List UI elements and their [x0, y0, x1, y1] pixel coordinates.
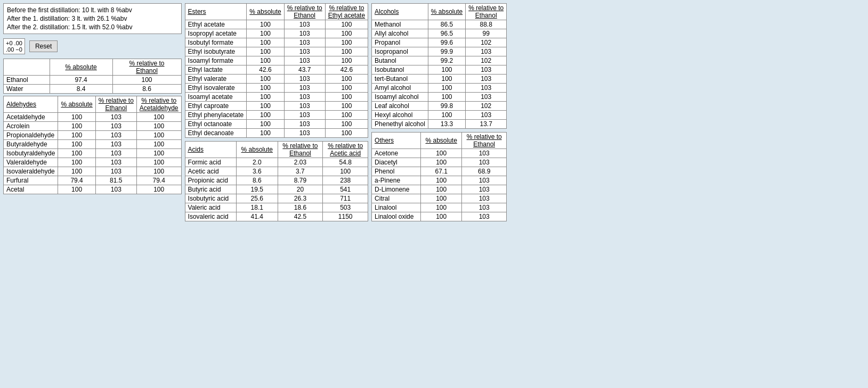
reset-button[interactable]: Reset: [29, 40, 58, 52]
table-row: Ethyl lactate42.643.742.6: [185, 65, 368, 75]
table-row: Methanol86.588.8: [372, 20, 507, 29]
info-line-1: Before the first distillation: 10 lt. wi…: [7, 6, 178, 14]
acids-table: Acids % absolute % relative toEthanol % …: [185, 141, 369, 221]
table-cell: 100: [247, 120, 284, 129]
table-cell: Acetic acid: [185, 167, 237, 176]
table-cell: Isopropyl acetate: [185, 29, 247, 38]
table-cell: 103: [284, 56, 325, 65]
table-row: Acetaldehyde100103100: [4, 113, 182, 122]
table-cell: 100: [58, 113, 95, 122]
table-cell: 103: [95, 185, 136, 194]
info-box: Before the first distillation: 10 lt. wi…: [3, 3, 182, 34]
table-cell: 2.0: [237, 158, 278, 167]
table-row: Isobutanol100103: [372, 65, 507, 75]
table-cell: 100: [325, 47, 368, 56]
table-cell: 100: [247, 29, 284, 38]
table-cell: Ethyl octanoate: [185, 120, 247, 129]
table-row: Phenethyl alcohol13.313.7: [372, 120, 507, 129]
table-cell: 100: [247, 93, 284, 102]
table-row: Water8.48.6: [4, 85, 182, 94]
table-cell: 100: [58, 122, 95, 131]
table-row: Acrolein100103100: [4, 122, 182, 131]
table-row: Ethyl caproate100103100: [185, 102, 368, 111]
table-cell: Ethanol: [4, 76, 50, 85]
table-row: Acetic acid3.63.7100: [185, 167, 368, 176]
table-cell: Valeraldehyde: [4, 158, 58, 167]
table-cell: 100: [325, 20, 368, 29]
table-cell: 100: [136, 122, 181, 131]
table-cell: Propionaldehyde: [4, 131, 58, 140]
table-cell: 103: [466, 111, 507, 120]
table-cell: 1150: [323, 212, 368, 221]
table-cell: 100: [247, 38, 284, 47]
table-cell: 3.7: [278, 167, 323, 176]
table-cell: 100: [325, 84, 368, 93]
table-cell: 103: [284, 38, 325, 47]
ew-header-rel: % relative toEthanol: [112, 59, 181, 76]
table-cell: Isobutanol: [372, 65, 428, 75]
table-cell: 26.3: [278, 194, 323, 203]
table-cell: Allyl alcohol: [372, 29, 428, 38]
controls: +0 .00 .00 −0 Reset: [3, 36, 182, 56]
table-cell: Butanol: [372, 56, 428, 65]
est-header-rel-eth: % relative toEthanol: [284, 4, 325, 20]
table-cell: 100: [247, 75, 284, 84]
table-cell: Isopropanol: [372, 47, 428, 56]
inc-dec-button[interactable]: +0 .00 .00 −0: [3, 38, 25, 54]
table-cell: Linalool oxide: [372, 212, 421, 221]
table-row: Diacetyl100103: [372, 158, 507, 167]
table-cell: 8.6: [112, 85, 181, 94]
table-cell: 100: [247, 102, 284, 111]
table-cell: Acetone: [372, 149, 421, 158]
table-cell: 103: [284, 84, 325, 93]
table-cell: 711: [323, 194, 368, 203]
table-cell: Ethyl acetate: [185, 20, 247, 29]
table-cell: 99.8: [428, 102, 465, 111]
table-cell: 100: [247, 56, 284, 65]
alc-header-abs: % absolute: [428, 4, 465, 20]
table-cell: 102: [466, 38, 507, 47]
table-row: Isobutyric acid25.626.3711: [185, 194, 368, 203]
table-cell: Ethyl caproate: [185, 102, 247, 111]
table-cell: 103: [466, 93, 507, 102]
table-cell: Furfural: [4, 176, 58, 185]
table-row: Amyl alcohol100103: [372, 84, 507, 93]
table-row: tert-Butanol100103: [372, 75, 507, 84]
table-row: Isopropyl acetate100103100: [185, 29, 368, 38]
table-cell: 103: [284, 111, 325, 120]
table-cell: 18.6: [278, 203, 323, 212]
table-cell: 67.1: [421, 167, 462, 176]
table-cell: 103: [462, 149, 507, 158]
table-cell: 103: [284, 29, 325, 38]
table-row: Butyric acid19.520541: [185, 185, 368, 194]
table-row: Acetone100103: [372, 149, 507, 158]
table-cell: Acetal: [4, 185, 58, 194]
table-cell: 100: [325, 56, 368, 65]
table-row: Furfural79.481.579.4: [4, 176, 182, 185]
table-cell: 100: [247, 84, 284, 93]
table-cell: 100: [58, 149, 95, 158]
table-cell: Valeric acid: [185, 203, 237, 212]
table-row: Linalool100103: [372, 203, 507, 212]
table-cell: 103: [95, 149, 136, 158]
table-cell: 8.4: [50, 85, 112, 94]
table-row: Isoamyl acetate100103100: [185, 93, 368, 102]
acid-header-rel-eth: % relative toEthanol: [278, 142, 323, 158]
table-cell: 100: [247, 129, 284, 138]
table-cell: 99.9: [428, 47, 465, 56]
table-cell: 100: [136, 149, 181, 158]
table-row: Ethyl valerate100103100: [185, 75, 368, 84]
table-cell: 103: [462, 203, 507, 212]
table-cell: Isovaleric acid: [185, 212, 237, 221]
alc-header-rel-eth: % relative toEthanol: [466, 4, 507, 20]
table-cell: 100: [325, 29, 368, 38]
acid-header-name: Acids: [185, 142, 237, 158]
table-row: Formic acid2.02.0354.8: [185, 158, 368, 167]
table-row: Isovaleric acid41.442.51150: [185, 212, 368, 221]
table-cell: Ethyl isovalerate: [185, 84, 247, 93]
table-cell: 103: [284, 75, 325, 84]
table-cell: 8.6: [237, 176, 278, 185]
table-row: Butanol99.2102: [372, 56, 507, 65]
table-row: Phenol67.168.9: [372, 167, 507, 176]
table-cell: 503: [323, 203, 368, 212]
